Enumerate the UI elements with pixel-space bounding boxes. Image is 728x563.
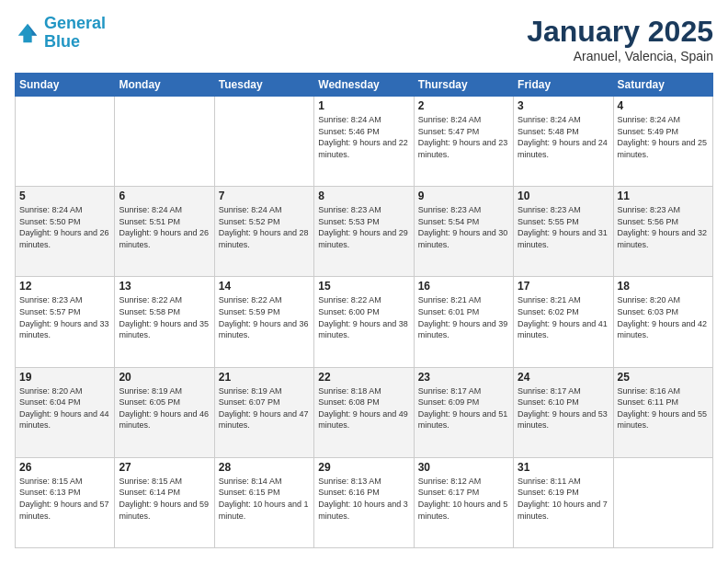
table-row: 22Sunrise: 8:18 AM Sunset: 6:08 PM Dayli… xyxy=(314,367,414,457)
page: General Blue January 2025 Aranuel, Valen… xyxy=(0,0,728,563)
day-info: Sunrise: 8:23 AM Sunset: 5:55 PM Dayligh… xyxy=(518,204,609,250)
table-row: 8Sunrise: 8:23 AM Sunset: 5:53 PM Daylig… xyxy=(314,187,414,277)
day-number: 30 xyxy=(418,461,509,474)
table-row: 24Sunrise: 8:17 AM Sunset: 6:10 PM Dayli… xyxy=(514,367,613,457)
day-number: 14 xyxy=(219,280,310,293)
table-row: 16Sunrise: 8:21 AM Sunset: 6:01 PM Dayli… xyxy=(414,277,513,367)
day-number: 15 xyxy=(318,280,409,293)
day-info: Sunrise: 8:22 AM Sunset: 6:00 PM Dayligh… xyxy=(318,294,409,340)
day-info: Sunrise: 8:20 AM Sunset: 6:03 PM Dayligh… xyxy=(618,294,709,340)
table-row xyxy=(16,97,115,187)
day-info: Sunrise: 8:19 AM Sunset: 6:05 PM Dayligh… xyxy=(119,385,210,431)
table-row: 2Sunrise: 8:24 AM Sunset: 5:47 PM Daylig… xyxy=(414,97,513,187)
day-info: Sunrise: 8:24 AM Sunset: 5:48 PM Dayligh… xyxy=(518,114,609,160)
day-info: Sunrise: 8:23 AM Sunset: 5:53 PM Dayligh… xyxy=(318,204,409,250)
day-number: 2 xyxy=(418,99,509,112)
table-row: 11Sunrise: 8:23 AM Sunset: 5:56 PM Dayli… xyxy=(613,187,712,277)
table-row: 31Sunrise: 8:11 AM Sunset: 6:19 PM Dayli… xyxy=(514,457,613,547)
day-number: 11 xyxy=(618,190,709,202)
day-number: 4 xyxy=(618,99,709,112)
table-row: 25Sunrise: 8:16 AM Sunset: 6:11 PM Dayli… xyxy=(613,367,712,457)
table-row: 30Sunrise: 8:12 AM Sunset: 6:17 PM Dayli… xyxy=(414,457,513,547)
title-block: January 2025 Aranuel, Valencia, Spain xyxy=(527,15,713,63)
day-info: Sunrise: 8:23 AM Sunset: 5:56 PM Dayligh… xyxy=(618,204,709,250)
day-info: Sunrise: 8:15 AM Sunset: 6:14 PM Dayligh… xyxy=(119,476,210,522)
header-monday: Monday xyxy=(115,74,214,97)
table-row xyxy=(613,457,712,547)
day-number: 21 xyxy=(219,371,310,384)
day-number: 16 xyxy=(418,280,509,293)
day-number: 22 xyxy=(318,371,409,384)
day-number: 12 xyxy=(19,280,110,293)
day-number: 19 xyxy=(19,371,110,384)
day-info: Sunrise: 8:17 AM Sunset: 6:09 PM Dayligh… xyxy=(418,385,509,431)
day-number: 1 xyxy=(318,99,409,112)
table-row: 29Sunrise: 8:13 AM Sunset: 6:16 PM Dayli… xyxy=(314,457,414,547)
header-wednesday: Wednesday xyxy=(314,74,414,97)
calendar-header-row: Sunday Monday Tuesday Wednesday Thursday… xyxy=(16,74,713,97)
table-row xyxy=(214,97,313,187)
day-info: Sunrise: 8:14 AM Sunset: 6:15 PM Dayligh… xyxy=(219,476,310,522)
table-row: 3Sunrise: 8:24 AM Sunset: 5:48 PM Daylig… xyxy=(514,97,613,187)
day-number: 5 xyxy=(19,190,110,202)
location: Aranuel, Valencia, Spain xyxy=(527,49,713,63)
calendar-week-3: 19Sunrise: 8:20 AM Sunset: 6:04 PM Dayli… xyxy=(16,367,713,457)
day-number: 28 xyxy=(219,461,310,474)
day-number: 31 xyxy=(518,461,609,474)
day-number: 23 xyxy=(418,371,509,384)
day-info: Sunrise: 8:22 AM Sunset: 5:59 PM Dayligh… xyxy=(219,294,310,340)
day-info: Sunrise: 8:20 AM Sunset: 6:04 PM Dayligh… xyxy=(19,385,110,431)
day-number: 26 xyxy=(19,461,110,474)
day-number: 29 xyxy=(318,461,409,474)
logo: General Blue xyxy=(15,15,106,52)
day-info: Sunrise: 8:23 AM Sunset: 5:57 PM Dayligh… xyxy=(19,294,110,340)
day-number: 24 xyxy=(518,371,609,384)
calendar-table: Sunday Monday Tuesday Wednesday Thursday… xyxy=(15,73,713,548)
table-row: 20Sunrise: 8:19 AM Sunset: 6:05 PM Dayli… xyxy=(115,367,214,457)
table-row: 6Sunrise: 8:24 AM Sunset: 5:51 PM Daylig… xyxy=(115,187,214,277)
day-info: Sunrise: 8:22 AM Sunset: 5:58 PM Dayligh… xyxy=(119,294,210,340)
calendar-week-2: 12Sunrise: 8:23 AM Sunset: 5:57 PM Dayli… xyxy=(16,277,713,367)
table-row: 9Sunrise: 8:23 AM Sunset: 5:54 PM Daylig… xyxy=(414,187,513,277)
header: General Blue January 2025 Aranuel, Valen… xyxy=(15,15,713,63)
table-row: 1Sunrise: 8:24 AM Sunset: 5:46 PM Daylig… xyxy=(314,97,414,187)
day-info: Sunrise: 8:24 AM Sunset: 5:47 PM Dayligh… xyxy=(418,114,509,160)
day-number: 6 xyxy=(119,190,210,202)
day-info: Sunrise: 8:21 AM Sunset: 6:01 PM Dayligh… xyxy=(418,294,509,340)
day-info: Sunrise: 8:15 AM Sunset: 6:13 PM Dayligh… xyxy=(19,476,110,522)
day-number: 17 xyxy=(518,280,609,293)
day-info: Sunrise: 8:17 AM Sunset: 6:10 PM Dayligh… xyxy=(518,385,609,431)
day-info: Sunrise: 8:24 AM Sunset: 5:51 PM Dayligh… xyxy=(119,204,210,250)
table-row: 14Sunrise: 8:22 AM Sunset: 5:59 PM Dayli… xyxy=(214,277,313,367)
logo-icon xyxy=(15,20,40,46)
table-row: 12Sunrise: 8:23 AM Sunset: 5:57 PM Dayli… xyxy=(16,277,115,367)
day-info: Sunrise: 8:23 AM Sunset: 5:54 PM Dayligh… xyxy=(418,204,509,250)
table-row: 21Sunrise: 8:19 AM Sunset: 6:07 PM Dayli… xyxy=(214,367,313,457)
day-number: 7 xyxy=(219,190,310,202)
day-number: 20 xyxy=(119,371,210,384)
day-info: Sunrise: 8:12 AM Sunset: 6:17 PM Dayligh… xyxy=(418,476,509,522)
table-row xyxy=(115,97,214,187)
table-row: 23Sunrise: 8:17 AM Sunset: 6:09 PM Dayli… xyxy=(414,367,513,457)
day-number: 10 xyxy=(518,190,609,202)
month-title: January 2025 xyxy=(527,15,713,49)
logo-text: General Blue xyxy=(44,15,106,52)
day-number: 18 xyxy=(618,280,709,293)
table-row: 5Sunrise: 8:24 AM Sunset: 5:50 PM Daylig… xyxy=(16,187,115,277)
header-friday: Friday xyxy=(514,74,613,97)
table-row: 4Sunrise: 8:24 AM Sunset: 5:49 PM Daylig… xyxy=(613,97,712,187)
table-row: 19Sunrise: 8:20 AM Sunset: 6:04 PM Dayli… xyxy=(16,367,115,457)
table-row: 26Sunrise: 8:15 AM Sunset: 6:13 PM Dayli… xyxy=(16,457,115,547)
calendar-week-4: 26Sunrise: 8:15 AM Sunset: 6:13 PM Dayli… xyxy=(16,457,713,547)
header-tuesday: Tuesday xyxy=(214,74,313,97)
table-row: 27Sunrise: 8:15 AM Sunset: 6:14 PM Dayli… xyxy=(115,457,214,547)
day-number: 13 xyxy=(119,280,210,293)
day-info: Sunrise: 8:24 AM Sunset: 5:52 PM Dayligh… xyxy=(219,204,310,250)
table-row: 10Sunrise: 8:23 AM Sunset: 5:55 PM Dayli… xyxy=(514,187,613,277)
day-info: Sunrise: 8:11 AM Sunset: 6:19 PM Dayligh… xyxy=(518,476,609,522)
day-info: Sunrise: 8:24 AM Sunset: 5:49 PM Dayligh… xyxy=(618,114,709,160)
header-sunday: Sunday xyxy=(16,74,115,97)
header-thursday: Thursday xyxy=(414,74,513,97)
day-number: 25 xyxy=(618,371,709,384)
day-info: Sunrise: 8:16 AM Sunset: 6:11 PM Dayligh… xyxy=(618,385,709,431)
